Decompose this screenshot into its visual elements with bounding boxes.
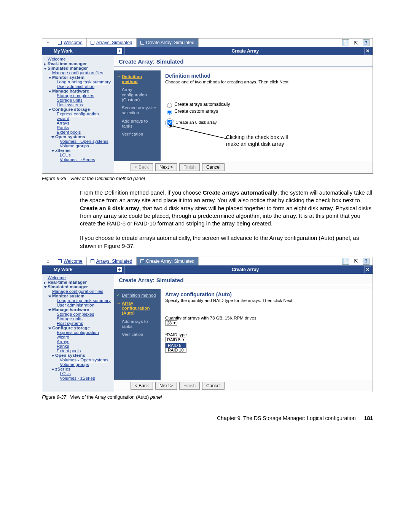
sidebar-monitor-system[interactable]: Monitor system — [44, 294, 112, 298]
quantity-select[interactable]: 28 — [165, 320, 177, 326]
step-second-site: Second array-site selection — [116, 105, 158, 118]
close-icon[interactable]: ✕ — [364, 266, 371, 273]
p1-bold-b: Create an 8 disk array — [80, 205, 139, 211]
sidebar-link-ua[interactable]: User administration — [44, 303, 112, 307]
help-icon[interactable]: ? — [363, 39, 370, 46]
sidebar-link-lrts[interactable]: Long running task summary — [44, 80, 112, 84]
sidebar-realtime-manager[interactable]: Real-time manager — [44, 61, 112, 66]
raid-option-5[interactable]: RAID 5 — [166, 343, 186, 348]
raid-value: RAID 5 — [167, 337, 180, 342]
sidebar-link-mcf[interactable]: Manage configuration files — [44, 289, 112, 294]
button-bar: < Back Next > Finish Cancel — [114, 380, 373, 392]
back-button[interactable]: < Back — [131, 163, 153, 171]
sidebar-link-ep[interactable]: Extent pools — [44, 348, 112, 353]
cancel-button[interactable]: Cancel — [202, 163, 225, 171]
sidebar-link-sc[interactable]: Storage complexes — [44, 312, 112, 316]
expand-icon[interactable]: + — [117, 267, 122, 272]
sidebar-link-hs[interactable]: Host systems — [44, 102, 112, 107]
sidebar-link-vz[interactable]: Volumes - zSeries — [44, 376, 112, 380]
step-definition-method[interactable]: Definition method — [116, 73, 158, 86]
sidebar-open-systems[interactable]: Open systems — [44, 353, 112, 358]
square-icon — [140, 259, 144, 263]
sidebar-simulated-manager[interactable]: Simulated manager — [44, 66, 112, 70]
quantity-value: 28 — [167, 321, 172, 325]
sidebar-link-lcus[interactable]: LCUs — [44, 153, 112, 157]
tab-create-array[interactable]: Create Array: Simulated — [137, 38, 199, 47]
page-icon[interactable]: 📄 — [342, 39, 349, 46]
expand-icon[interactable]: + — [117, 48, 122, 54]
tab-arrays[interactable]: Arrays: Simulated — [87, 38, 137, 47]
sidebar-link-lcus[interactable]: LCUs — [44, 371, 112, 376]
sidebar-link-lrts[interactable]: Long running task summary — [44, 298, 112, 303]
step-verification: Verification — [116, 331, 158, 339]
next-button[interactable]: Next > — [155, 163, 177, 171]
undock-icon[interactable]: ⇱ — [353, 258, 359, 264]
radio-auto-row[interactable]: Create arrays automatically — [165, 102, 369, 108]
sidebar-link-ep[interactable]: Extent pools — [44, 130, 112, 134]
radio-custom[interactable] — [167, 110, 172, 115]
sidebar-link-su[interactable]: Storage units — [44, 316, 112, 321]
step-verification: Verification — [116, 131, 158, 139]
home-icon[interactable]: ⌂ — [42, 38, 54, 47]
sidebar-zseries[interactable]: zSeries — [44, 367, 112, 371]
close-icon[interactable]: ✕ — [364, 48, 371, 54]
sidebar-link-ua[interactable]: User administration — [44, 84, 112, 89]
tab-welcome[interactable]: Welcome — [54, 38, 87, 47]
annotation-text: Clicking the check box will make an eigh… — [226, 134, 288, 147]
finish-button[interactable]: Finish — [179, 382, 200, 390]
sidebar-simulated-manager[interactable]: Simulated manager — [44, 284, 112, 289]
sidebar-link-vg[interactable]: Volume groups — [44, 144, 112, 148]
raid-option-10[interactable]: RAID 10 — [166, 348, 186, 352]
tab-label: Arrays: Simulated — [96, 259, 132, 264]
step-definition-method[interactable]: Definition method — [116, 292, 158, 300]
sidebar-link-arrays[interactable]: Arrays — [44, 121, 112, 125]
sidebar-link-ranks[interactable]: Ranks — [44, 125, 112, 130]
raid-dropdown[interactable]: RAID 5 RAID 10 — [165, 343, 186, 353]
finish-button[interactable]: Finish — [179, 163, 200, 171]
mywork-label: My Work — [54, 48, 73, 54]
page-icon[interactable]: 📄 — [342, 258, 349, 265]
sidebar-open-systems[interactable]: Open systems — [44, 134, 112, 139]
help-icon[interactable]: ? — [363, 258, 370, 265]
tab-welcome[interactable]: Welcome — [54, 257, 87, 265]
sidebar-link-ranks[interactable]: Ranks — [44, 344, 112, 348]
sidebar-link-vos[interactable]: Volumes - Open systems — [44, 358, 112, 362]
sidebar-link-arrays[interactable]: Arrays — [44, 339, 112, 344]
sidebar-link-ecw[interactable]: Express configuration wizard — [44, 112, 112, 121]
sidebar-link-vz[interactable]: Volumes - zSeries — [44, 157, 112, 162]
sidebar-link-hs[interactable]: Host systems — [44, 321, 112, 326]
sidebar-configure-storage[interactable]: Configure storage — [44, 107, 112, 112]
figure-1: ⌂ Welcome Arrays: Simulated Create Array… — [42, 38, 373, 174]
cancel-button[interactable]: Cancel — [202, 382, 225, 390]
mywork-header: My Work + — [42, 265, 124, 274]
sidebar-link-welcome[interactable]: Welcome — [44, 275, 112, 280]
tab-create-array[interactable]: Create Array: Simulated — [137, 257, 199, 265]
step-array-config[interactable]: Array configuration (Auto) — [116, 300, 158, 318]
caption-text-italic: panel — [150, 395, 162, 400]
sidebar-link-sc[interactable]: Storage complexes — [44, 93, 112, 98]
tab-arrays[interactable]: Arrays: Simulated — [87, 257, 137, 265]
radio-auto[interactable] — [167, 103, 172, 108]
raid-select[interactable]: RAID 5 — [165, 337, 186, 342]
sidebar-configure-storage[interactable]: Configure storage — [44, 326, 112, 330]
sidebar-link-su[interactable]: Storage units — [44, 98, 112, 102]
sidebar-manage-hardware[interactable]: Manage hardware — [44, 89, 112, 93]
sidebar-realtime-manager[interactable]: Real-time manager — [44, 280, 112, 284]
back-button[interactable]: < Back — [131, 382, 153, 390]
sidebar-link-mcf[interactable]: Manage configuration files — [44, 70, 112, 75]
sidebar-link-vg[interactable]: Volume groups — [44, 362, 112, 367]
sidebar-monitor-system[interactable]: Monitor system — [44, 75, 112, 80]
undock-icon[interactable]: ⇱ — [353, 40, 359, 46]
square-icon — [140, 41, 144, 45]
sidebar-link-welcome[interactable]: Welcome — [44, 57, 112, 61]
radio-custom-row[interactable]: Create custom arrays — [165, 109, 369, 115]
home-icon[interactable]: ⌂ — [42, 257, 54, 265]
sidebar-zseries[interactable]: zSeries — [44, 148, 112, 153]
next-button[interactable]: Next > — [155, 382, 177, 390]
paragraph-1: From the Definition method panel, if you… — [80, 189, 373, 227]
sidebar-manage-hardware[interactable]: Manage hardware — [44, 307, 112, 312]
sidebar-link-vos[interactable]: Volumes - Open systems — [44, 139, 112, 144]
annotation-line1: Clicking the check box will — [226, 134, 288, 141]
sidebar-link-ecw[interactable]: Express configuration wizard — [44, 330, 112, 339]
square-icon — [58, 259, 62, 263]
